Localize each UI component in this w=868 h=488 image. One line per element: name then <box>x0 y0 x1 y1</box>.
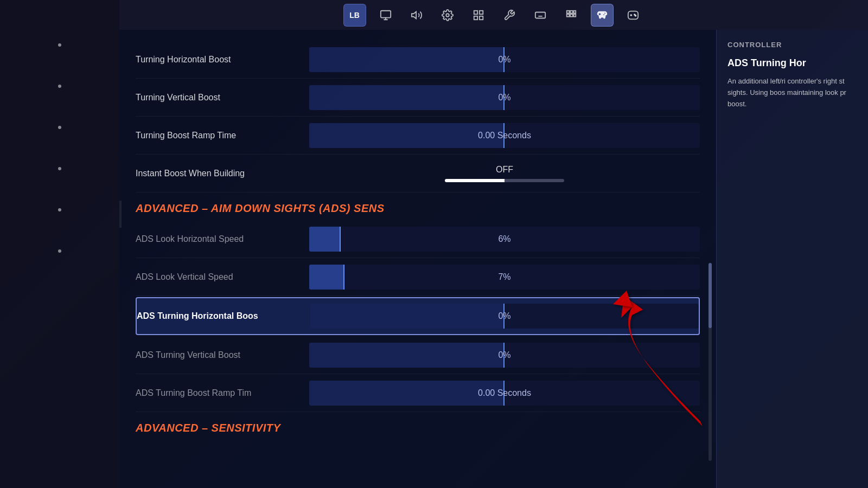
sidebar-dot <box>58 126 61 129</box>
turning-boost-ramp-time-value: 0.00 Seconds <box>478 131 531 140</box>
ads-turning-horizontal-boost-row[interactable]: ADS Turning Horizontal Boos 0% <box>136 297 700 335</box>
scrollbar-thumb[interactable] <box>709 263 712 328</box>
ads-turning-vertical-boost-value: 0% <box>498 350 510 360</box>
instant-boost-building-label: Instant Boost When Building <box>136 169 309 178</box>
ads-turning-horizontal-boost-label: ADS Turning Horizontal Boos <box>137 311 310 321</box>
ads-turning-horizontal-boost-value: 0% <box>498 311 510 321</box>
svg-rect-12 <box>570 14 573 17</box>
svg-rect-13 <box>573 14 576 17</box>
volume-icon[interactable] <box>405 4 428 27</box>
turning-horizontal-boost-value: 0% <box>498 55 510 65</box>
top-navigation: LB <box>119 0 868 30</box>
ads-turning-vertical-boost-row[interactable]: ADS Turning Vertical Boost 0% <box>136 336 700 374</box>
turning-vertical-boost-label: Turning Vertical Boost <box>136 93 309 102</box>
svg-rect-4 <box>479 10 482 14</box>
ads-look-horizontal-slider[interactable]: 6% <box>309 227 700 252</box>
ads-turning-boost-ramp-time-value: 0.00 Seconds <box>478 388 531 398</box>
slider-fill <box>309 47 505 72</box>
slider-fill <box>309 265 344 290</box>
instant-boost-building-row[interactable]: Instant Boost When Building OFF <box>136 155 700 192</box>
svg-rect-8 <box>566 10 569 13</box>
svg-point-17 <box>635 15 636 16</box>
svg-rect-3 <box>474 10 477 14</box>
ads-section-header: ADVANCED – AIM DOWN SIGHTS (ADS) SENS <box>136 192 700 220</box>
svg-rect-9 <box>570 10 573 13</box>
sensitivity-section-header: ADVANCED – SENSITIVITY <box>136 412 700 440</box>
left-sidebar <box>0 0 119 488</box>
toggle-track <box>445 179 564 182</box>
turning-vertical-boost-row[interactable]: Turning Vertical Boost 0% <box>136 79 700 117</box>
slider-fill <box>310 304 505 329</box>
turning-vertical-boost-value: 0% <box>498 93 510 102</box>
ads-turning-vertical-boost-slider[interactable]: 0% <box>309 343 700 368</box>
toggle-left <box>445 179 505 182</box>
turning-boost-ramp-time-row[interactable]: Turning Boost Ramp Time 0.00 Seconds <box>136 117 700 155</box>
ads-look-vertical-row[interactable]: ADS Look Vertical Speed 7% <box>136 258 700 296</box>
ads-look-vertical-slider[interactable]: 7% <box>309 265 700 290</box>
slider-fill <box>309 381 505 406</box>
ads-turning-boost-ramp-time-label: ADS Turning Boost Ramp Tim <box>136 388 309 398</box>
svg-point-2 <box>446 14 449 17</box>
svg-rect-10 <box>573 10 576 13</box>
toggle-right <box>505 179 564 182</box>
turning-boost-ramp-time-slider[interactable]: 0.00 Seconds <box>309 123 700 148</box>
sidebar-dot <box>58 249 61 253</box>
svg-rect-5 <box>474 16 477 19</box>
right-panel-title: CONTROLLER <box>727 41 857 49</box>
svg-rect-7 <box>535 12 545 18</box>
slider-fill <box>309 85 505 110</box>
right-panel-description: An additional left/ri controller's right… <box>727 76 857 110</box>
ads-look-horizontal-label: ADS Look Horizontal Speed <box>136 234 309 244</box>
controller-active-icon[interactable] <box>591 4 614 27</box>
sidebar-dots <box>58 43 61 253</box>
ads-turning-boost-ramp-time-row[interactable]: ADS Turning Boost Ramp Tim 0.00 Seconds <box>136 374 700 412</box>
monitor-icon[interactable] <box>374 4 397 27</box>
layout-icon[interactable] <box>467 4 490 27</box>
svg-rect-11 <box>566 14 569 17</box>
lb-badge[interactable]: LB <box>343 4 366 27</box>
settings-gear-icon[interactable] <box>436 4 459 27</box>
sidebar-dot <box>58 85 61 88</box>
turning-horizontal-boost-row[interactable]: Turning Horizontal Boost 0% <box>136 41 700 79</box>
instant-boost-toggle[interactable]: OFF <box>309 165 700 182</box>
right-panel: CONTROLLER ADS Turning Hor An additional… <box>716 30 868 488</box>
turning-horizontal-boost-label: Turning Horizontal Boost <box>136 55 309 65</box>
ads-turning-horizontal-boost-slider[interactable]: 0% <box>310 304 699 329</box>
ads-turning-boost-ramp-time-slider[interactable]: 0.00 Seconds <box>309 381 700 406</box>
svg-rect-6 <box>479 16 482 19</box>
turning-horizontal-boost-slider[interactable]: 0% <box>309 47 700 72</box>
turning-vertical-boost-slider[interactable]: 0% <box>309 85 700 110</box>
ads-look-horizontal-value: 6% <box>498 234 510 244</box>
grid-apps-icon[interactable] <box>560 4 583 27</box>
sidebar-dot <box>58 208 61 211</box>
gamepad-icon[interactable] <box>622 4 644 27</box>
slider-fill <box>309 227 341 252</box>
svg-marker-1 <box>411 11 416 18</box>
sidebar-dot <box>58 43 61 47</box>
right-panel-subtitle: ADS Turning Hor <box>727 57 857 69</box>
svg-rect-0 <box>380 10 390 17</box>
slider-fill <box>309 123 505 148</box>
sidebar-dot <box>58 167 61 170</box>
ads-look-vertical-label: ADS Look Vertical Speed <box>136 272 309 282</box>
ads-look-horizontal-row[interactable]: ADS Look Horizontal Speed 6% <box>136 220 700 258</box>
keyboard-icon[interactable] <box>529 4 552 27</box>
scrollbar[interactable] <box>709 263 712 461</box>
ads-turning-vertical-boost-label: ADS Turning Vertical Boost <box>136 350 309 360</box>
turning-boost-ramp-time-label: Turning Boost Ramp Time <box>136 131 309 140</box>
main-content: Turning Horizontal Boost 0% Turning Vert… <box>119 30 716 488</box>
wrench-icon[interactable] <box>498 4 521 27</box>
ads-look-vertical-value: 7% <box>498 272 510 282</box>
toggle-value: OFF <box>496 165 513 175</box>
slider-fill <box>309 343 505 368</box>
